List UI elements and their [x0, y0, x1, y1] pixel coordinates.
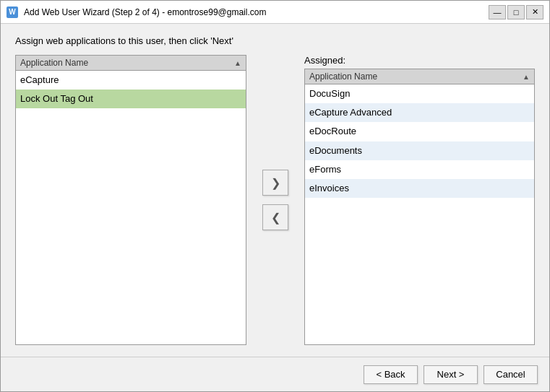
- window-icon: W: [7, 6, 18, 18]
- footer: < Back Next > Cancel: [1, 357, 549, 391]
- available-sort-icon: ▲: [234, 59, 241, 67]
- available-list-header: Application Name ▲: [16, 56, 246, 71]
- assigned-list-header: Application Name ▲: [305, 69, 534, 84]
- list-item[interactable]: eCapture: [16, 71, 246, 90]
- move-left-button[interactable]: ❮: [262, 204, 288, 230]
- list-item[interactable]: eInvoices: [305, 179, 534, 198]
- list-item[interactable]: eCapture Advanced: [305, 103, 534, 122]
- maximize-button[interactable]: □: [507, 5, 525, 19]
- next-button[interactable]: Next >: [424, 365, 478, 384]
- wizard-window: W Add Web User Wizard (Step 2 of 4) - em…: [0, 0, 550, 392]
- available-panel: Application Name ▲ eCapture Lock Out Tag…: [15, 55, 246, 345]
- instruction-text: Assign web applications to this user, th…: [15, 35, 535, 46]
- assigned-list[interactable]: Application Name ▲ DocuSign eCapture Adv…: [304, 69, 535, 345]
- list-item[interactable]: Lock Out Tag Out: [16, 90, 246, 108]
- main-content: Assign web applications to this user, th…: [1, 24, 549, 357]
- arrow-panel: ❯ ❮: [246, 55, 304, 345]
- assigned-panel-label: Assigned:: [304, 55, 535, 66]
- cancel-button[interactable]: Cancel: [484, 365, 538, 384]
- assigned-header-label: Application Name: [309, 71, 377, 82]
- assigned-sort-icon: ▲: [523, 73, 530, 81]
- available-list[interactable]: Application Name ▲ eCapture Lock Out Tag…: [15, 55, 246, 345]
- available-header-label: Application Name: [20, 58, 88, 68]
- list-item[interactable]: eForms: [305, 160, 534, 179]
- window-title: Add Web User Wizard (Step 2 of 4) - emon…: [24, 7, 489, 17]
- back-button[interactable]: < Back: [364, 365, 418, 384]
- window-controls: — □ ✕: [489, 5, 543, 19]
- assigned-panel: Assigned: Application Name ▲ DocuSign eC…: [304, 55, 535, 345]
- panels-row: Application Name ▲ eCapture Lock Out Tag…: [15, 55, 535, 345]
- title-bar: W Add Web User Wizard (Step 2 of 4) - em…: [1, 1, 549, 24]
- close-button[interactable]: ✕: [526, 5, 543, 19]
- list-item[interactable]: DocuSign: [305, 84, 534, 103]
- move-right-button[interactable]: ❯: [262, 170, 288, 196]
- list-item[interactable]: eDocuments: [305, 141, 534, 160]
- list-item[interactable]: eDocRoute: [305, 122, 534, 141]
- minimize-button[interactable]: —: [489, 5, 506, 19]
